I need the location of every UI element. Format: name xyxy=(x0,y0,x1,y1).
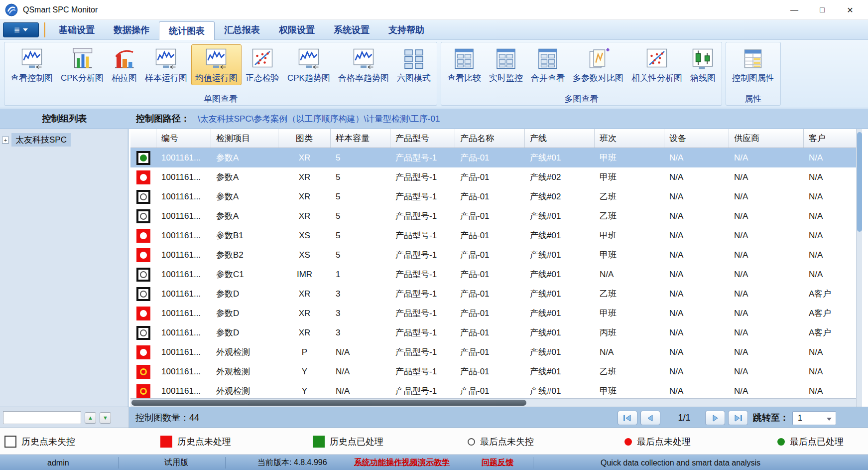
table-row[interactable]: 1001161...外观检测YN/A产品型号-1产品-01产线#01乙班N/AN… xyxy=(130,362,862,381)
table-cell: N/A xyxy=(664,284,729,304)
table-row[interactable]: 1001161...外观检测PN/A产品型号-1产品-01产线#01N/AN/A… xyxy=(130,342,862,362)
ribbon-button[interactable]: 查看控制图 xyxy=(6,44,57,85)
table-cell: N/A xyxy=(664,226,729,245)
ribbon-button[interactable]: 正态检验 xyxy=(242,44,283,85)
table-row[interactable]: 1001161...参数AXR5产品型号-1产品-01产线#01乙班N/AN/A… xyxy=(130,206,862,226)
maximize-button[interactable]: □ xyxy=(808,0,836,20)
status-cell xyxy=(130,167,156,187)
horizontal-scrollbar-thumb[interactable] xyxy=(131,400,526,406)
table-row[interactable]: 1001161...参数C1IMR1产品型号-1产品-01产线#01N/AN/A… xyxy=(130,265,862,284)
tree-search-input[interactable] xyxy=(3,411,81,424)
ribbon-button[interactable]: 控制图属性 xyxy=(728,44,778,85)
table-cell: 产线#01 xyxy=(525,304,595,323)
chevron-down-icon xyxy=(23,28,28,31)
table-cell: 1001161... xyxy=(156,148,211,167)
column-header[interactable]: 产线 xyxy=(525,129,595,148)
next-page-button[interactable] xyxy=(705,411,725,425)
table-cell: 参数A xyxy=(211,187,278,206)
column-header[interactable]: 供应商 xyxy=(729,129,804,148)
arrow-down-icon: ▼ xyxy=(103,415,108,421)
last-page-button[interactable] xyxy=(728,411,748,425)
table-cell: 参数D xyxy=(211,304,278,323)
ribbon-button[interactable]: 实时监控 xyxy=(485,44,527,85)
feedback-link[interactable]: 问题反馈 xyxy=(482,455,513,470)
table-row[interactable]: 1001161...参数B1XS5产品型号-1产品-01产线#01甲班N/AN/… xyxy=(130,226,862,245)
menu-item[interactable]: 支持帮助 xyxy=(379,21,434,38)
ribbon-button[interactable]: 合并查看 xyxy=(527,44,569,85)
menu-item[interactable]: 基础设置 xyxy=(49,21,104,38)
menu-item[interactable]: 汇总报表 xyxy=(215,21,269,38)
table-cell: N/A xyxy=(664,362,729,381)
column-header[interactable]: 检测项目 xyxy=(211,129,278,148)
list-icon: ≣ xyxy=(14,25,20,34)
horizontal-scrollbar[interactable] xyxy=(130,398,856,407)
window-controls: — □ ✕ xyxy=(780,0,864,20)
ribbon-group-label: 多图查看 xyxy=(441,93,722,105)
table-cell: 产品型号-1 xyxy=(390,342,455,362)
table-cell: 5 xyxy=(331,148,390,167)
column-header[interactable]: 设备 xyxy=(664,129,729,148)
minimize-button[interactable]: — xyxy=(780,0,808,20)
ribbon-toolbar: 查看控制图CPK分析图柏拉图样本运行图均值运行图正态检验CPK趋势图合格率趋势图… xyxy=(0,40,868,108)
table-row[interactable]: 1001161...参数B2XS5产品型号-1产品-01产线#01甲班N/AN/… xyxy=(130,245,862,265)
column-header[interactable]: 产品型号 xyxy=(390,129,455,148)
ribbon-button[interactable]: 六图模式 xyxy=(393,44,435,85)
table-row[interactable]: 1001161...参数DXR3产品型号-1产品-01产线#01丙班N/AN/A… xyxy=(130,323,862,342)
jump-to-dropdown[interactable]: 1 xyxy=(792,411,836,425)
ribbon-button[interactable]: 样本运行图 xyxy=(141,44,191,85)
bottom-bar: ▲ ▼ 控制图数量：44 1/1 跳转至： 1 xyxy=(0,407,868,428)
first-page-button[interactable] xyxy=(618,411,637,425)
column-header[interactable]: 图类 xyxy=(278,129,331,148)
column-header[interactable]: 样本容量 xyxy=(331,129,390,148)
table-row[interactable]: 1001161...参数DXR3产品型号-1产品-01产线#01乙班N/AN/A… xyxy=(130,284,862,304)
search-up-button[interactable]: ▲ xyxy=(85,412,96,424)
prev-page-button[interactable] xyxy=(640,411,660,425)
table-cell: 5 xyxy=(331,187,390,206)
ribbon-button[interactable]: 合格率趋势图 xyxy=(334,44,393,85)
vertical-scrollbar[interactable] xyxy=(856,129,862,407)
column-header[interactable]: 编号 xyxy=(156,129,211,148)
column-header[interactable]: 产品名称 xyxy=(455,129,525,148)
ribbon-button[interactable]: CPK趋势图 xyxy=(283,44,334,85)
status-dot xyxy=(140,155,147,161)
table-cell: 参数D xyxy=(211,284,278,304)
vertical-scrollbar-thumb[interactable] xyxy=(857,132,862,232)
table-cell: 产线#01 xyxy=(525,342,595,362)
table-cell: 产品型号-1 xyxy=(390,148,455,167)
column-header[interactable]: 班次 xyxy=(595,129,664,148)
window-title: QSmart SPC Monitor xyxy=(23,5,98,14)
menu-item[interactable]: 统计图表 xyxy=(159,21,215,40)
control-group-list-title: 控制组列表 xyxy=(0,113,129,125)
menu-item[interactable]: 权限设置 xyxy=(269,21,324,38)
app-menu-button[interactable]: ≣ xyxy=(3,22,39,37)
table-cell: 1001161... xyxy=(156,187,211,206)
table-cell: 参数B2 xyxy=(211,245,278,265)
legend-item: 历史点未失控 xyxy=(4,428,75,455)
ribbon-button[interactable]: 查看比较 xyxy=(443,44,485,85)
red-square-white-dot-icon xyxy=(136,229,150,243)
ribbon-button[interactable]: 多参数对比图 xyxy=(569,44,627,85)
ribbon-group-buttons: 查看比较实时监控合并查看多参数对比图相关性分析图箱线图 xyxy=(441,42,722,93)
table-row[interactable]: 1001161...参数AXR5产品型号-1产品-01产线#01甲班N/AN/A… xyxy=(130,148,862,167)
table-row[interactable]: 1001161...参数AXR5产品型号-1产品-01产线#02甲班N/AN/A… xyxy=(130,167,862,187)
status-dot xyxy=(140,252,147,259)
search-down-button[interactable]: ▼ xyxy=(100,412,111,424)
tree-expander-icon[interactable]: + xyxy=(2,137,9,144)
statusbar-slogan: Quick data collection and smart data ana… xyxy=(601,455,760,470)
ribbon-button[interactable]: 箱线图 xyxy=(686,44,720,85)
legend-label: 历史点未处理 xyxy=(177,436,231,448)
ribbon-button[interactable]: 相关性分析图 xyxy=(627,44,686,85)
table-row[interactable]: 1001161...参数DXR3产品型号-1产品-01产线#01甲班N/AN/A… xyxy=(130,304,862,323)
menu-item[interactable]: 系统设置 xyxy=(324,21,379,38)
table-row[interactable]: 1001161...参数AXR5产品型号-1产品-01产线#02乙班N/AN/A… xyxy=(130,187,862,206)
status-column-header[interactable] xyxy=(130,129,156,148)
video-tutorial-link[interactable]: 系统功能操作视频演示教学 xyxy=(354,455,450,470)
column-header[interactable]: 客户 xyxy=(804,129,862,148)
menu-item[interactable]: 数据操作 xyxy=(104,21,159,38)
table-cell: 甲班 xyxy=(595,226,664,245)
ribbon-button[interactable]: CPK分析图 xyxy=(57,44,108,85)
ribbon-button[interactable]: 均值运行图 xyxy=(191,44,242,85)
close-button[interactable]: ✕ xyxy=(836,0,864,20)
ribbon-button[interactable]: 柏拉图 xyxy=(108,44,141,85)
tree-item[interactable]: +太友科技SPC xyxy=(2,133,127,147)
